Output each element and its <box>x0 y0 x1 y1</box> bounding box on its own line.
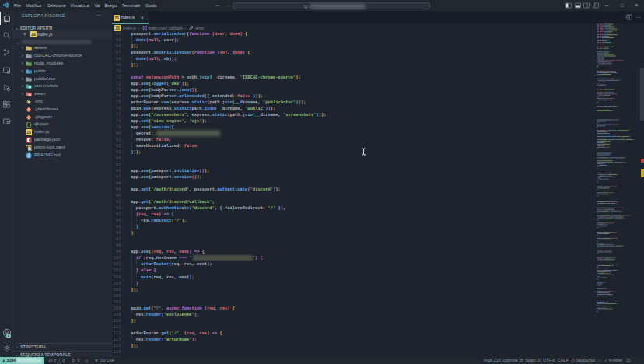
svg-text:JS: JS <box>26 131 31 135</box>
svg-text:JS: JS <box>31 33 36 37</box>
svg-text:{}: {} <box>26 122 32 128</box>
